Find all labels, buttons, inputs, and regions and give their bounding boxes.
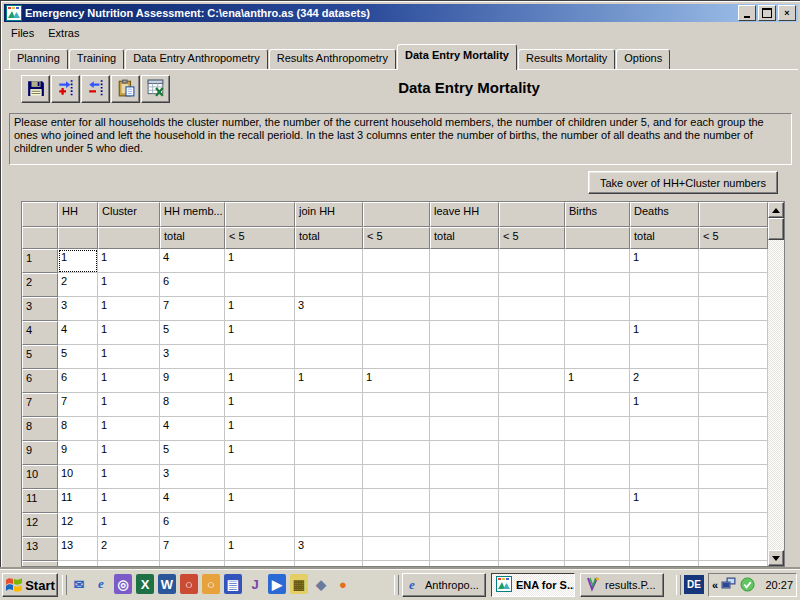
scroll-up-button[interactable] <box>768 202 784 218</box>
cell-births[interactable] <box>565 345 630 369</box>
cell-hh[interactable]: 6 <box>58 369 98 393</box>
row-header[interactable]: 11 <box>22 489 58 513</box>
cell-leave-u5[interactable] <box>499 321 565 345</box>
cell-hh[interactable]: 7 <box>58 393 98 417</box>
cell-leave-u5[interactable] <box>499 393 565 417</box>
cell-leave-total[interactable] <box>430 393 499 417</box>
row-header[interactable]: 3 <box>22 297 58 321</box>
insert-record-button[interactable] <box>51 75 80 103</box>
cell-births[interactable] <box>565 537 630 561</box>
cell-deaths-total[interactable] <box>630 345 699 369</box>
take-over-button[interactable]: Take over of HH+Cluster numbers <box>588 171 778 194</box>
cell-deaths-u5[interactable] <box>699 489 768 513</box>
cell-leave-u5[interactable] <box>499 489 565 513</box>
cell-deaths-total[interactable] <box>630 417 699 441</box>
cell-leave-total[interactable] <box>430 345 499 369</box>
tray-chevron-icon[interactable]: « <box>712 579 718 591</box>
cell-deaths-u5[interactable] <box>699 369 768 393</box>
close-button[interactable]: × <box>778 5 796 21</box>
cell-births[interactable] <box>565 441 630 465</box>
gray-app-icon[interactable]: ◆ <box>312 574 330 594</box>
cell-leave-total[interactable] <box>430 417 499 441</box>
tab-results-mortality[interactable]: Results Mortality <box>518 49 615 69</box>
floppy-disk-icon[interactable]: ▤ <box>224 574 242 594</box>
outlook-express-icon[interactable]: ✉ <box>70 574 88 594</box>
cell-hh[interactable]: 9 <box>58 441 98 465</box>
cell-memb-total[interactable]: 8 <box>160 393 225 417</box>
cell-hh[interactable]: 10 <box>58 465 98 489</box>
cell-leave-total[interactable] <box>430 273 499 297</box>
row-header[interactable]: 8 <box>22 417 58 441</box>
cell-deaths-total[interactable] <box>630 537 699 561</box>
cell-leave-u5[interactable] <box>499 417 565 441</box>
cell-memb-total[interactable]: 5 <box>160 441 225 465</box>
cell-births[interactable] <box>565 249 630 273</box>
row-header[interactable]: 4 <box>22 321 58 345</box>
cell-memb-u5[interactable]: 1 <box>225 417 295 441</box>
cell-deaths-total[interactable]: 1 <box>630 321 699 345</box>
cell-births[interactable]: 1 <box>565 369 630 393</box>
cell-memb-u5[interactable]: 1 <box>225 249 295 273</box>
cell-hh[interactable]: 8 <box>58 417 98 441</box>
save-button[interactable] <box>21 75 50 103</box>
cell-memb-total[interactable]: 4 <box>160 249 225 273</box>
cell-join-u5[interactable] <box>363 345 430 369</box>
cell-leave-u5[interactable] <box>499 297 565 321</box>
tab-training[interactable]: Training <box>69 49 124 69</box>
cell-join-u5[interactable] <box>363 513 430 537</box>
cell-deaths-u5[interactable] <box>699 297 768 321</box>
cell-deaths-total[interactable]: 1 <box>630 393 699 417</box>
cell-leave-total[interactable] <box>430 513 499 537</box>
cell-deaths-total[interactable]: 1 <box>630 249 699 273</box>
cell-deaths-u5[interactable] <box>699 393 768 417</box>
cell-memb-total[interactable]: 3 <box>160 345 225 369</box>
cell-deaths-u5[interactable] <box>699 249 768 273</box>
cell-join-u5[interactable] <box>363 393 430 417</box>
cell-cluster[interactable]: 1 <box>98 465 160 489</box>
cell-births[interactable] <box>565 321 630 345</box>
cell-deaths-u5[interactable] <box>699 345 768 369</box>
cell-leave-u5[interactable] <box>499 345 565 369</box>
j-app-icon[interactable]: J <box>246 574 264 594</box>
cell-hh[interactable]: 3 <box>58 297 98 321</box>
cell-memb-u5[interactable]: 1 <box>225 321 295 345</box>
language-indicator[interactable]: DE <box>684 575 704 594</box>
cell-leave-total[interactable] <box>430 297 499 321</box>
firefox-icon[interactable]: ● <box>334 574 352 594</box>
paste-button[interactable] <box>111 75 140 103</box>
cell-births[interactable] <box>565 465 630 489</box>
cell-leave-u5[interactable] <box>499 465 565 489</box>
cell-memb-total[interactable]: 6 <box>160 273 225 297</box>
cell-births[interactable] <box>565 297 630 321</box>
cell-deaths-u5[interactable] <box>699 273 768 297</box>
row-header[interactable]: 10 <box>22 465 58 489</box>
tab-data-entry-mortality[interactable]: Data Entry Mortality <box>397 44 517 70</box>
cell-join-total[interactable]: 3 <box>295 537 363 561</box>
cell-leave-total[interactable] <box>430 465 499 489</box>
cell-join-total[interactable] <box>295 441 363 465</box>
maximize-button[interactable] <box>758 5 776 21</box>
tab-results-anthropometry[interactable]: Results Anthropometry <box>269 49 396 69</box>
cell-memb-total[interactable]: 6 <box>160 513 225 537</box>
cell-memb-u5[interactable] <box>225 273 295 297</box>
cell-memb-u5[interactable]: 1 <box>225 393 295 417</box>
cell-memb-total[interactable]: 9 <box>160 369 225 393</box>
internet-explorer-icon[interactable]: e <box>92 574 110 594</box>
cell-cluster[interactable]: 1 <box>98 417 160 441</box>
cell-memb-total[interactable]: 4 <box>160 417 225 441</box>
cell-deaths-u5[interactable] <box>699 321 768 345</box>
tab-data-entry-anthropometry[interactable]: Data Entry Anthropometry <box>125 49 268 69</box>
scroll-down-button[interactable] <box>768 550 784 566</box>
cell-memb-u5[interactable] <box>225 345 295 369</box>
cell-deaths-total[interactable] <box>630 273 699 297</box>
cell-join-total[interactable] <box>295 321 363 345</box>
cell-join-u5[interactable] <box>363 417 430 441</box>
cell-join-u5[interactable] <box>363 321 430 345</box>
cell-join-total[interactable] <box>295 273 363 297</box>
cell-join-u5[interactable] <box>363 537 430 561</box>
menu-files[interactable]: Files <box>4 25 41 41</box>
cell-deaths-total[interactable] <box>630 441 699 465</box>
cell-join-total[interactable] <box>295 345 363 369</box>
cell-births[interactable] <box>565 417 630 441</box>
cell-leave-u5[interactable] <box>499 369 565 393</box>
